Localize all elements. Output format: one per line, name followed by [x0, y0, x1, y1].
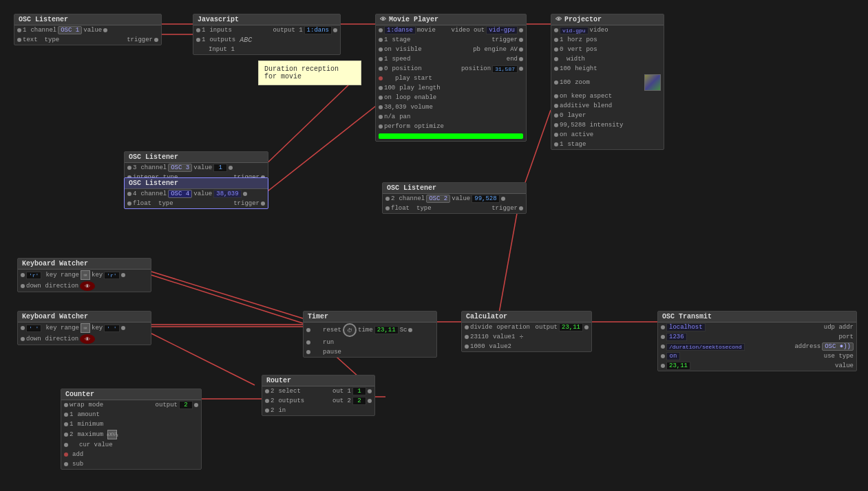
port-out [154, 38, 158, 42]
port-in [554, 47, 558, 52]
svg-line-4 [262, 83, 351, 168]
port-in [64, 443, 68, 447]
port-in [661, 335, 665, 339]
video-out-value: vid-gpu [486, 26, 518, 34]
port-in [554, 28, 558, 32]
port-in [661, 354, 665, 358]
output-value: 1:dans [304, 26, 332, 34]
port-out [519, 38, 523, 42]
port-in [661, 345, 665, 349]
port-in [127, 192, 131, 196]
osc-badge: OSC 1 [58, 26, 82, 34]
port-in [64, 462, 68, 466]
router-node: Router 2 select out 1 1 2 outputs out 2 … [262, 375, 375, 416]
osc-listener-4: OSC Listener 2 channel OSC 2 value 99,52… [382, 182, 527, 214]
osc-listener-1: OSC Listener 1 channel OSC 1 value text … [14, 14, 162, 45]
port-out [368, 399, 372, 403]
port-in [379, 124, 383, 129]
port-out [243, 192, 247, 196]
port-in [265, 389, 269, 393]
port-in [196, 38, 200, 42]
osc-badge: OSC 3 [168, 164, 192, 172]
port-in [661, 364, 665, 368]
port-out [333, 28, 337, 32]
port-in [554, 38, 558, 42]
port-in [385, 206, 390, 210]
port-out [519, 67, 523, 71]
port-out [519, 206, 523, 210]
eye-display: 👁 [80, 334, 95, 344]
port-in [379, 57, 383, 61]
javascript-node: Javascript 1 inputs output 1 1:dans 1 ou… [193, 14, 341, 55]
port-in [379, 47, 383, 52]
port-in [554, 142, 558, 146]
port-in [21, 326, 25, 330]
port-out [229, 166, 233, 170]
osc-listener-3: OSC Listener 4 channel OSC 4 value 38,03… [124, 177, 268, 209]
port-in [465, 335, 469, 339]
port-in [465, 345, 469, 349]
keyboard-watcher-1: Keyboard Watcher 'r' key range ⌨ key 'r'… [17, 258, 151, 292]
movie-player-node: 👁 Movie Player 1:danse movie video out v… [375, 14, 527, 142]
svg-line-16 [151, 272, 303, 318]
port-in [64, 403, 68, 407]
port-in [379, 86, 383, 90]
port-in [306, 350, 310, 354]
port-in [554, 94, 558, 98]
div-icon: ÷ [519, 334, 523, 341]
port-out [121, 273, 125, 277]
port-in [64, 422, 68, 426]
port-out [194, 403, 198, 407]
clock-icon: ⏱ [343, 323, 357, 337]
port-in [465, 325, 469, 329]
osc-badge: OSC 4 [168, 190, 192, 198]
movie-in-value: 1:danse [384, 26, 416, 34]
port-in [196, 28, 200, 32]
vid-in: vid-gpu [560, 27, 589, 34]
port-in [127, 201, 131, 206]
port-out [519, 28, 523, 32]
port-out [519, 57, 523, 61]
port-in [265, 399, 269, 403]
port-in [306, 328, 310, 332]
comment-node: Duration reception for movie [258, 61, 361, 85]
port-in [64, 452, 68, 457]
osc-badge: OSC 2 [426, 195, 450, 203]
port-in [554, 123, 558, 127]
port-in [21, 284, 25, 288]
port-in [64, 433, 68, 437]
eye-display: 👁 [80, 281, 95, 291]
port-out [121, 326, 125, 330]
port-in [379, 96, 383, 100]
port-in [17, 38, 21, 42]
port-in [379, 76, 383, 80]
osc-out-badge: OSC ●)) [822, 342, 854, 351]
port-in [554, 67, 558, 71]
port-out [501, 197, 505, 201]
port-in [379, 38, 383, 42]
osc-listener-1-title: OSC Listener [14, 14, 161, 25]
port-in [379, 28, 383, 32]
port-out [261, 201, 265, 206]
osc-transmit-node: OSC Transmit localhost udp addr 1236 por… [657, 311, 857, 371]
port-in [554, 113, 558, 118]
port-in [17, 28, 21, 32]
projector-preview [644, 74, 661, 91]
svg-line-9 [151, 334, 255, 385]
key-icon: ⌨ [81, 323, 90, 333]
counter-icon: ±X½⅓ [107, 430, 117, 439]
port-in [385, 197, 390, 201]
port-in [21, 273, 25, 277]
port-in [265, 408, 269, 413]
port-in [554, 57, 558, 61]
port-in [661, 325, 665, 329]
calculator-node: Calculator divide operation output 23,11… [461, 311, 592, 352]
port-out [584, 325, 589, 329]
port-in [554, 80, 558, 85]
port-in [554, 104, 558, 108]
timer-node: Timer reset ⏱ time 23,11 Sc run pause [303, 311, 437, 358]
port-in [554, 133, 558, 137]
port-out [103, 28, 107, 32]
green-bar [379, 133, 523, 139]
port-in [21, 337, 25, 341]
